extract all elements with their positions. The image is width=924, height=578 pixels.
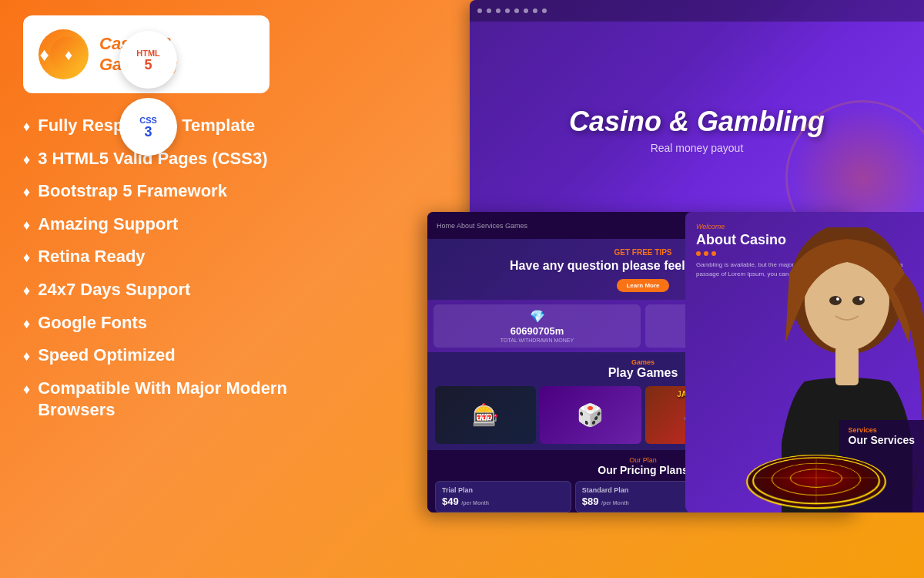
stat-withdrawn: 💎 60690705m TOTAL WITHDRAWN MONEY (434, 304, 641, 348)
stat-value: 60690705m (441, 325, 633, 337)
right-overlay: Welcome About Casino Gambling is availab… (685, 212, 924, 512)
diamond-icon: ♦ (23, 249, 30, 267)
plan-name: Trial Plan (442, 486, 564, 494)
svg-point-10 (829, 296, 842, 305)
feature-support: ♦ Amazing Support (23, 213, 293, 236)
services-title: Our Services (849, 434, 915, 446)
diamond-icon: ♦ (23, 118, 30, 136)
tips-button[interactable]: Learn More (617, 279, 668, 292)
feature-speed: ♦ Speed Optimized (23, 344, 293, 367)
nav-item (524, 8, 528, 13)
html5-badge: HTML 5 (119, 31, 177, 89)
nav-item (533, 8, 537, 13)
logo-icon: ♦ (38, 29, 89, 79)
nav-bar (470, 0, 924, 22)
site-subtitle: Real money payout (651, 142, 744, 154)
top-screenshot: Casino & Gambling Real money payout (470, 0, 924, 239)
diamond-icon: ♦ (23, 348, 30, 365)
nav-item (496, 8, 500, 13)
nav-item (514, 8, 519, 13)
feature-fonts: ♦ Google Fonts (23, 312, 293, 334)
game-card-dice: 🎲 (540, 386, 641, 444)
tech-badges: HTML 5 CSS 3 (119, 31, 177, 156)
top-screenshot-content: Casino & Gambling Real money payout (470, 22, 924, 239)
dot (696, 251, 701, 256)
roulette-table (735, 455, 897, 509)
plan-price: $49 /per Month (442, 496, 564, 507)
svg-rect-9 (835, 347, 859, 385)
nav-item (487, 8, 491, 13)
game-card-slots: 🎰 (435, 386, 536, 444)
feature-bootstrap: ♦ Bootstrap 5 Framework (23, 180, 293, 203)
diamond-icon: ♦ (23, 151, 30, 169)
css3-badge: CSS 3 (119, 98, 177, 156)
feature-list: ♦ Fully Responsive Template ♦ 3 HTML5 Va… (23, 115, 293, 422)
site-title: Casino & Gambling (569, 106, 825, 137)
svg-text:♦: ♦ (65, 46, 72, 63)
diamond-icon: ♦ (23, 217, 30, 234)
nav-item (477, 8, 482, 13)
feature-retina: ♦ Retina Ready (23, 246, 293, 268)
services-label: Services (849, 426, 915, 434)
plan-trial: Trial Plan $49 /per Month (435, 481, 571, 512)
diamond-icon: ♦ (23, 282, 30, 300)
diamond-icon: ♦ (23, 183, 30, 201)
stat-label: TOTAL WITHDRAWN MONEY (441, 338, 633, 343)
dot (711, 251, 716, 256)
dot (704, 251, 708, 256)
nav-item (542, 8, 547, 13)
feature-247: ♦ 24x7 Days Support (23, 279, 293, 301)
right-area: Casino & Gambling Real money payout Home… (316, 0, 924, 578)
diamond-icon: ♦ (23, 315, 30, 333)
nav-item (505, 8, 510, 13)
svg-point-13 (859, 297, 862, 301)
feature-browsers: ♦ Compatible With Major Modern Browsers (23, 378, 293, 422)
svg-point-12 (836, 297, 839, 301)
svg-point-11 (852, 296, 865, 305)
stat-icon: 💎 (441, 309, 633, 324)
diamond-icon: ♦ (23, 381, 30, 398)
